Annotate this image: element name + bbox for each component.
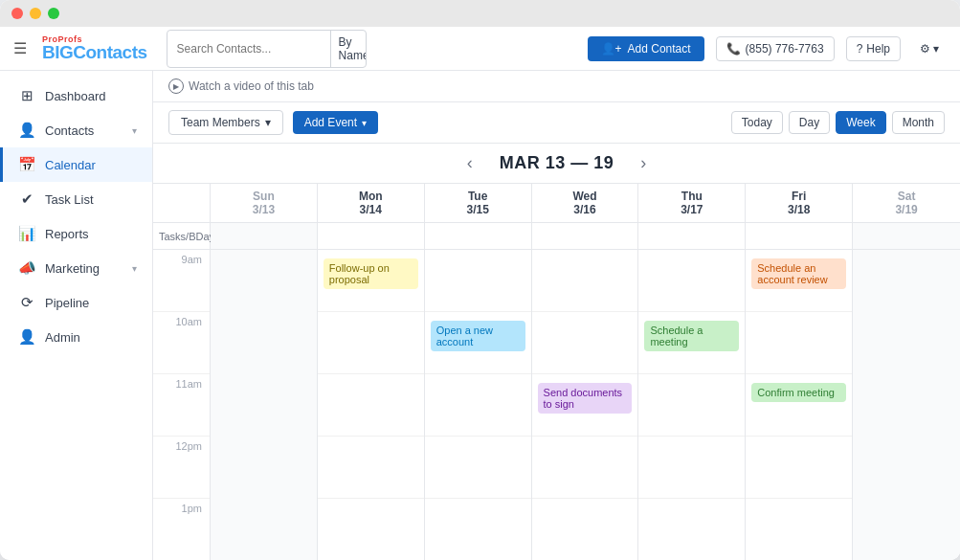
time-cell-wed-10am[interactable] (532, 312, 639, 374)
time-cell-sun-10am[interactable] (211, 312, 318, 374)
tasks-row-label: Tasks/BDays (153, 223, 211, 249)
time-cell-thu-9am[interactable] (638, 250, 746, 312)
sidebar-item-task-list[interactable]: ✔ Task List (0, 182, 152, 216)
add-event-button[interactable]: Add Event ▾ (293, 111, 378, 134)
time-cell-fri-11am[interactable]: Confirm meeting (746, 374, 853, 437)
time-row-11am: 11am Send documents to sign Confirm meet… (153, 374, 960, 437)
time-cell-mon-11am[interactable] (318, 374, 425, 437)
time-cell-sun-9am[interactable] (211, 250, 318, 312)
tasks-cell-thu (638, 223, 746, 249)
team-members-button[interactable]: Team Members ▾ (168, 110, 283, 135)
time-label-1pm: 1pm (153, 499, 211, 560)
add-contact-button[interactable]: 👤+ Add Contact (588, 36, 704, 61)
time-cell-fri-9am[interactable]: Schedule an account review (746, 250, 853, 312)
time-cell-sat-11am[interactable] (853, 374, 960, 437)
search-input[interactable] (167, 37, 330, 60)
tasks-cell-mon (318, 223, 425, 249)
chevron-down-icon: ▾ (132, 125, 137, 136)
time-cell-thu-12pm[interactable] (638, 437, 746, 499)
sidebar-item-reports[interactable]: 📊 Reports (0, 216, 152, 251)
calendar-grid: Sun 3/13 Mon 3/14 Tue 3/15 Wed (153, 184, 960, 560)
search-bar: By Name ▾ 🔍 (167, 30, 367, 68)
time-cell-thu-1pm[interactable] (638, 499, 746, 560)
sidebar-item-label: Calendar (45, 158, 96, 172)
sidebar-item-calendar[interactable]: 📅 Calendar (0, 147, 152, 182)
event-confirm-meeting[interactable]: Confirm meeting (751, 383, 846, 402)
close-button[interactable] (11, 8, 23, 19)
watch-video-link[interactable]: ▶ Watch a video of this tab (168, 78, 314, 94)
time-cell-sat-12pm[interactable] (853, 437, 960, 499)
phone-number: 📞 (855) 776-7763 (716, 36, 835, 61)
view-week-button[interactable]: Week (836, 111, 885, 134)
app-layout: ⊞ Dashboard 👤 Contacts ▾ 📅 Calendar ✔ Ta… (0, 71, 960, 560)
time-cell-sat-9am[interactable] (853, 250, 960, 312)
time-cell-mon-9am[interactable]: Follow-up on proposal (318, 250, 425, 312)
time-cell-fri-1pm[interactable] (746, 499, 853, 560)
time-cell-tue-12pm[interactable] (425, 437, 532, 499)
help-button[interactable]: ? Help (846, 36, 901, 61)
tasks-cell-sat (853, 223, 960, 249)
view-month-button[interactable]: Month (892, 111, 945, 134)
minimize-button[interactable] (30, 8, 41, 19)
sidebar-item-label: Admin (45, 330, 80, 345)
time-cell-tue-1pm[interactable] (425, 499, 532, 560)
reports-icon: 📊 (18, 225, 35, 242)
event-follow-up-proposal[interactable]: Follow-up on proposal (324, 258, 418, 289)
view-today-button[interactable]: Today (731, 111, 783, 134)
time-label-10am: 10am (153, 312, 211, 374)
col-header-wed: Wed 3/16 (532, 184, 639, 222)
app-header: ☰ ProProfs BIGContacts By Name ▾ 🔍 👤+ Ad… (0, 27, 960, 71)
gear-chevron-icon: ▾ (933, 42, 939, 56)
time-cell-mon-1pm[interactable] (318, 499, 425, 560)
sidebar-item-dashboard[interactable]: ⊞ Dashboard (0, 78, 152, 113)
event-open-new-account[interactable]: Open a new account (431, 321, 525, 351)
prev-week-button[interactable]: ‹ (459, 151, 480, 175)
time-cell-wed-12pm[interactable] (532, 437, 639, 499)
titlebar (0, 0, 960, 27)
time-label-12pm: 12pm (153, 437, 211, 499)
time-cell-fri-12pm[interactable] (746, 437, 853, 499)
time-cell-wed-9am[interactable] (532, 250, 639, 312)
col-header-thu: Thu 3/17 (638, 184, 746, 222)
sidebar-item-contacts[interactable]: 👤 Contacts ▾ (0, 113, 152, 147)
event-schedule-meeting[interactable]: Schedule a meeting (644, 321, 739, 351)
hamburger-icon[interactable]: ☰ (13, 39, 27, 57)
next-week-button[interactable]: › (633, 151, 654, 175)
tasks-cell-sun (211, 223, 318, 249)
event-send-documents[interactable]: Send documents to sign (538, 383, 633, 414)
contacts-icon: 👤 (18, 122, 35, 139)
tasks-bdays-row: Tasks/BDays (153, 223, 960, 250)
time-cell-sun-12pm[interactable] (211, 437, 318, 499)
time-cell-wed-1pm[interactable] (532, 499, 639, 560)
view-day-button[interactable]: Day (789, 111, 830, 134)
time-cell-sat-10am[interactable] (853, 312, 960, 374)
search-by-dropdown[interactable]: By Name ▾ (330, 31, 367, 67)
time-cell-mon-10am[interactable] (318, 312, 425, 374)
time-row-10am: 10am Open a new account Schedule a meeti… (153, 312, 960, 374)
time-cell-thu-11am[interactable] (638, 374, 746, 437)
sidebar-item-label: Dashboard (45, 89, 106, 103)
time-cell-sun-11am[interactable] (211, 374, 318, 437)
settings-button[interactable]: ⚙ ▾ (912, 37, 947, 60)
tasks-cell-fri (746, 223, 853, 249)
col-header-tue: Tue 3/15 (425, 184, 532, 222)
col-header-mon: Mon 3/14 (318, 184, 425, 222)
sidebar-item-pipeline[interactable]: ⟳ Pipeline (0, 285, 152, 320)
col-header-fri: Fri 3/18 (746, 184, 853, 222)
event-schedule-account-review[interactable]: Schedule an account review (751, 258, 846, 289)
time-cell-thu-10am[interactable]: Schedule a meeting (638, 312, 746, 374)
time-cell-wed-11am[interactable]: Send documents to sign (532, 374, 639, 437)
time-cell-sun-1pm[interactable] (211, 499, 318, 560)
calendar-icon: 📅 (18, 156, 35, 173)
time-cell-tue-11am[interactable] (425, 374, 532, 437)
time-cell-sat-1pm[interactable] (853, 499, 960, 560)
time-cell-mon-12pm[interactable] (318, 437, 425, 499)
logo-text: BIGContacts (42, 42, 147, 62)
time-cell-tue-9am[interactable] (425, 250, 532, 312)
task-list-icon: ✔ (18, 190, 35, 208)
sidebar-item-marketing[interactable]: 📣 Marketing ▾ (0, 251, 152, 285)
maximize-button[interactable] (48, 8, 59, 19)
time-cell-tue-10am[interactable]: Open a new account (425, 312, 532, 374)
time-cell-fri-10am[interactable] (746, 312, 853, 374)
sidebar-item-admin[interactable]: 👤 Admin (0, 320, 152, 354)
